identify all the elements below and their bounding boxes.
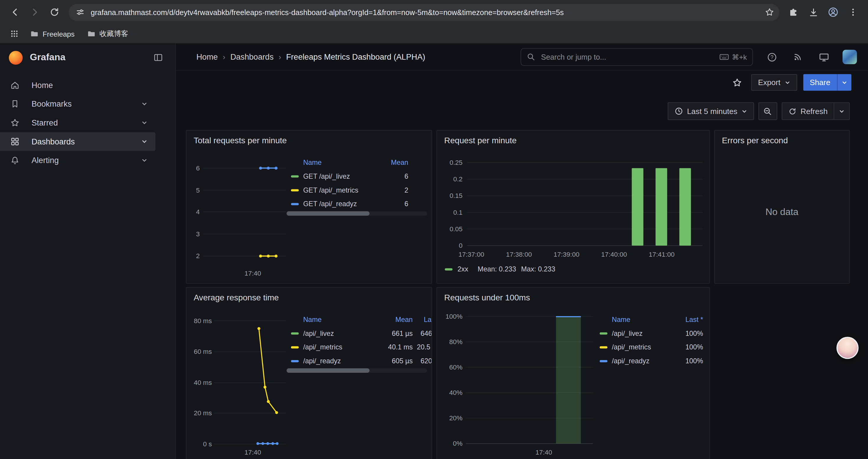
legend-col-name[interactable]: Name [595, 316, 670, 323]
legend-scrollbar[interactable] [286, 368, 427, 373]
extensions-icon[interactable] [784, 3, 803, 22]
no-data-message: No data [715, 141, 849, 283]
apps-grid-icon[interactable] [6, 26, 22, 41]
series-last: 20.5 ms [413, 343, 432, 351]
grafana-sidebar: Grafana Home Bookmarks Starred [0, 44, 176, 459]
bookmark-star-icon[interactable] [762, 4, 777, 20]
help-button[interactable]: ? [764, 49, 780, 65]
legend-col-last[interactable]: Last * [413, 316, 432, 323]
chevron-down-icon [141, 101, 148, 107]
series-color-swatch [600, 346, 608, 348]
refresh-button[interactable]: Refresh [782, 102, 834, 120]
legend-inline[interactable]: 2xx Mean: 0.233 Max: 0.233 [445, 266, 555, 273]
bookmark-label: Freeleaps [42, 30, 74, 38]
panel-title[interactable]: Request per minute [444, 136, 517, 145]
series-name: GET /api/_metrics [303, 186, 382, 194]
sidebar-item-dashboards[interactable]: Dashboards [0, 132, 155, 151]
url-text[interactable]: grafana.mathmast.com/d/deytv4rwavabkb/fr… [91, 8, 762, 16]
favorite-star-button[interactable] [728, 74, 745, 91]
series-last: 100% [670, 357, 703, 365]
legend-scrollbar[interactable] [286, 211, 427, 216]
bar-chart[interactable] [467, 158, 703, 248]
dock-sidebar-button[interactable] [150, 49, 166, 66]
gridlines [467, 163, 703, 229]
forward-button[interactable] [25, 3, 44, 22]
y-tick: 40% [439, 388, 463, 397]
address-bar[interactable]: grafana.mathmast.com/d/deytv4rwavabkb/fr… [68, 4, 779, 21]
bookmark-label: 收藏博客 [99, 29, 128, 39]
legend-row[interactable]: /api/_metrics 40.1 ms 20.5 ms [286, 340, 432, 354]
legend-header: Name Last * [595, 313, 703, 326]
gridlines [214, 321, 286, 444]
line-chart[interactable] [203, 159, 286, 264]
legend-row[interactable]: /api/_livez 661 µs 646 µs [286, 326, 432, 340]
series-color-swatch [291, 360, 299, 362]
legend-row[interactable]: GET /api/_metrics 2 [286, 183, 408, 197]
legend-row[interactable]: /api/_readyz 100% [595, 354, 703, 368]
breadcrumb-home[interactable]: Home [196, 53, 218, 61]
x-tick: 17:40 [528, 448, 559, 457]
screen: grafana.mathmast.com/d/deytv4rwavabkb/fr… [0, 0, 868, 459]
series-name[interactable]: 2xx [458, 266, 468, 273]
panel-title[interactable]: Total requests per minute [193, 136, 286, 145]
sidebar-item-home[interactable]: Home [0, 76, 155, 95]
search-input[interactable] [540, 52, 715, 62]
export-button[interactable]: Export [751, 74, 797, 91]
search-shortcut: ⌘+k [719, 52, 747, 62]
zoom-out-button[interactable] [758, 102, 777, 120]
y-tick: 60% [439, 363, 463, 371]
avatar [843, 50, 857, 64]
legend-col-last[interactable]: Last * [670, 316, 703, 323]
legend-col-mean[interactable]: Mean [382, 316, 413, 323]
share-button[interactable]: Share [803, 74, 837, 91]
legend-col-name[interactable]: Name [286, 316, 382, 323]
site-settings-icon[interactable] [75, 7, 85, 17]
grafana-logo[interactable] [9, 51, 23, 64]
bookmark-icon [10, 99, 20, 109]
breadcrumb-dashboards[interactable]: Dashboards [230, 53, 274, 61]
legend-header: Name Mean Last * [286, 313, 432, 326]
scrollbar-thumb[interactable] [286, 368, 370, 373]
line-chart[interactable] [214, 314, 286, 453]
reload-button[interactable] [45, 3, 64, 22]
chevron-down-icon [841, 79, 848, 86]
search-box[interactable]: ⌘+k [521, 48, 753, 66]
downloads-icon[interactable] [804, 3, 823, 22]
back-button[interactable] [6, 3, 25, 22]
legend-row[interactable]: /api/_metrics 100% [595, 340, 703, 354]
y-tick: 0 [438, 241, 462, 250]
folder-icon [30, 29, 39, 38]
legend-row[interactable]: /api/_livez 100% [595, 326, 703, 340]
share-menu-button[interactable] [837, 74, 851, 91]
series-color-swatch [291, 346, 299, 348]
series-color-swatch [291, 203, 299, 205]
y-tick: 3 [186, 230, 200, 238]
browser-chrome: grafana.mathmast.com/d/deytv4rwavabkb/fr… [0, 0, 868, 44]
legend-row[interactable]: /api/_readyz 605 µs 620 µs [286, 354, 432, 368]
bookmark-folder-freeleaps[interactable]: Freeleaps [25, 27, 79, 41]
series-mean: 6 [382, 172, 408, 180]
legend-col-mean[interactable]: Mean [382, 159, 408, 166]
refresh-interval-button[interactable] [834, 102, 850, 120]
rss-button[interactable] [789, 49, 806, 65]
sidebar-item-starred[interactable]: Starred [0, 113, 155, 132]
legend-row[interactable]: GET /api/_readyz 6 [286, 197, 408, 211]
legend-col-name[interactable]: Name [286, 159, 382, 166]
sidebar-item-alerting[interactable]: Alerting [0, 151, 155, 170]
legend-row[interactable]: GET /api/_livez 6 [286, 169, 408, 183]
floating-assistant-avatar[interactable] [836, 337, 859, 359]
sidebar-item-bookmarks[interactable]: Bookmarks [0, 95, 155, 113]
y-tick: 4 [186, 207, 200, 216]
user-avatar[interactable] [841, 49, 858, 65]
time-range-picker[interactable]: Last 5 minutes [668, 102, 754, 120]
person-icon [828, 6, 838, 18]
scrollbar-thumb[interactable] [286, 211, 370, 216]
bar-chart[interactable] [466, 311, 593, 448]
profile-icon[interactable] [824, 3, 843, 22]
menu-kebab-icon[interactable] [844, 3, 863, 22]
panel-title[interactable]: Average response time [193, 293, 279, 302]
panel-title[interactable]: Requests under 100ms [444, 293, 530, 302]
bookmark-folder-blog[interactable]: 收藏博客 [83, 27, 133, 41]
display-button[interactable] [815, 49, 832, 65]
star-icon [10, 118, 20, 128]
